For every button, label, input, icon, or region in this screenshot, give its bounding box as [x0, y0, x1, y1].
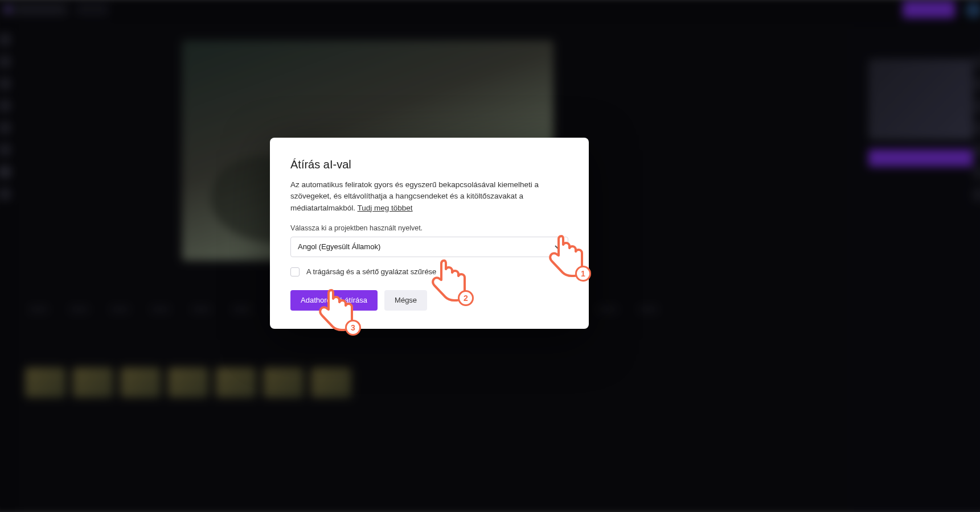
dialog-description-text: Az automatikus feliratok gyors és egysze…	[290, 180, 539, 212]
transcribe-ai-dialog: Átírás aI-val Az automatikus feliratok g…	[270, 138, 589, 329]
profanity-filter-row: A trágárság és a sértő gyalázat szűrése …	[290, 267, 568, 276]
info-icon[interactable]: i	[443, 267, 452, 276]
language-select-value: Angol (Egyesült Államok)	[298, 242, 380, 251]
cancel-button[interactable]: Mégse	[384, 290, 427, 311]
dialog-title: Átírás aI-val	[290, 158, 568, 171]
dialog-description: Az automatikus feliratok gyors és egysze…	[290, 179, 568, 214]
language-field-label: Válassza ki a projektben használt nyelve…	[290, 224, 568, 232]
chevron-down-icon	[554, 243, 561, 250]
profanity-filter-checkbox[interactable]	[290, 267, 300, 276]
dialog-actions: Adathordozó átírása Mégse	[290, 290, 568, 311]
language-select[interactable]: Angol (Egyesült Államok)	[290, 237, 568, 257]
profanity-filter-label: A trágárság és a sértő gyalázat szűrése	[306, 267, 436, 276]
learn-more-link[interactable]: Tudj meg többet	[358, 204, 413, 212]
transcribe-button[interactable]: Adathordozó átírása	[290, 290, 378, 311]
